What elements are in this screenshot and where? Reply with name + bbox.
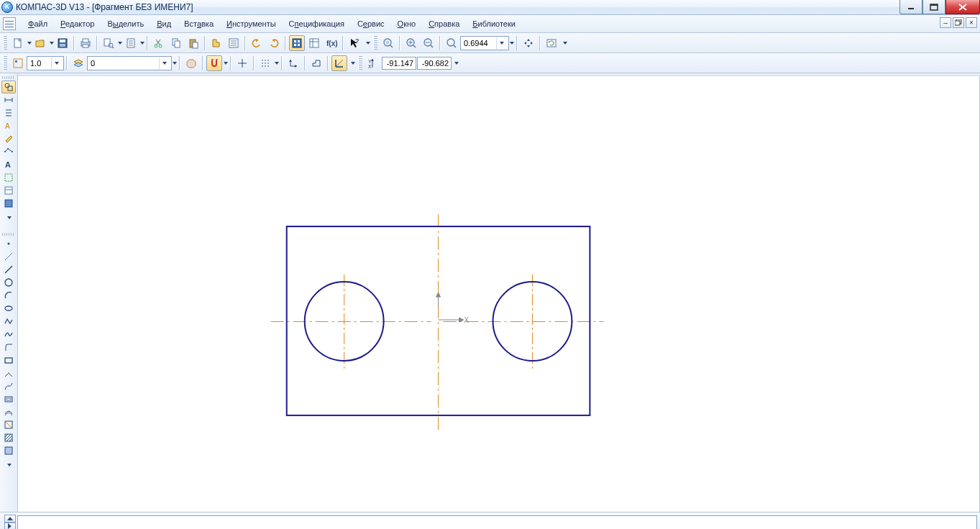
step-button[interactable] [308,55,324,71]
menu-service[interactable]: Сервис [351,17,391,30]
select-panel-button[interactable] [1,171,16,184]
mdi-minimize-button[interactable]: – [940,17,951,28]
snap-toggle-button[interactable] [206,55,222,71]
point-tool-button[interactable] [1,237,16,250]
toolbar-grip[interactable] [3,36,7,50]
cut-button[interactable] [151,35,167,51]
standard-toolbar-overflow[interactable] [365,35,372,51]
contour-collect-button[interactable] [1,418,16,431]
fill-tool-button[interactable] [1,444,16,457]
new-button[interactable] [10,35,26,51]
coord-y-input[interactable] [417,57,452,70]
parametrization-panel-button[interactable] [1,145,16,158]
menu-spec[interactable]: Спецификация [283,17,351,30]
dimensions-panel-button[interactable] [1,93,16,106]
pan-button[interactable] [521,35,536,51]
toolbar-grip[interactable] [3,56,7,70]
coords-mode-button[interactable]: YX [365,55,381,71]
menu-window[interactable]: Окно [391,17,423,30]
ortho-button[interactable] [234,55,250,71]
help-cursor-button[interactable]: ? [347,35,362,51]
redo-button[interactable] [266,35,282,51]
segment-tool-button[interactable] [1,263,16,276]
properties-dropdown[interactable] [139,35,145,51]
zoom-out-button[interactable] [421,35,436,51]
aux-line-tool-button[interactable] [1,250,16,263]
panel-collapse-up-button[interactable] [4,515,16,523]
measure-panel-button[interactable]: A [1,158,16,171]
copy-button[interactable] [168,35,184,51]
geometry-panel-button[interactable] [1,80,16,93]
properties-button[interactable] [123,35,139,51]
maximize-button[interactable] [922,0,945,14]
toolbox-grip[interactable] [2,233,15,236]
rectangle-tool-button[interactable] [1,354,16,367]
localcs-button[interactable] [285,55,301,71]
open-button[interactable] [32,35,48,51]
zoom-dropdown-ext[interactable] [509,35,514,51]
menu-libraries[interactable]: Библиотеки [466,17,522,30]
offset-tool-button[interactable] [1,392,16,405]
fillet-tool-button[interactable] [1,341,16,354]
equidistant-curve-button[interactable] [1,405,16,418]
toolbox-overflow-1[interactable] [6,210,13,226]
preview-button[interactable] [101,35,116,51]
coord-toolbar-overflow[interactable] [453,55,460,71]
menu-select[interactable]: Выделить [101,17,150,30]
manager-button[interactable] [289,35,305,51]
format-brush-button[interactable] [209,35,224,51]
toolbox-overflow-2[interactable] [6,457,13,473]
hatch-tool-button[interactable] [1,431,16,444]
grid-dropdown[interactable] [274,55,279,71]
coord-x-input[interactable] [382,57,416,70]
ellipse-tool-button[interactable] [1,302,16,315]
polyline-tool-button[interactable] [1,315,16,328]
zoom-window-button[interactable] [380,35,396,51]
paste-button[interactable] [186,35,201,51]
designations-panel-button[interactable] [1,106,16,119]
snap-dropdown[interactable] [223,55,228,71]
new-dropdown[interactable] [27,35,32,51]
spline-tool-button[interactable] [1,328,16,341]
menu-edit[interactable]: Редактор [54,17,101,30]
grid-button[interactable] [257,55,273,71]
mdi-restore-button[interactable] [953,17,964,28]
scale-combo[interactable]: 1.0 [27,56,64,70]
reports-panel-button[interactable] [1,197,16,210]
close-button[interactable] [945,0,980,14]
menu-view[interactable]: Вид [150,17,178,30]
print-button[interactable] [78,35,93,51]
menu-help[interactable]: Справка [422,17,466,30]
toolbox-grip[interactable] [2,76,15,79]
mdi-close-button[interactable]: × [966,17,977,28]
minimize-button[interactable] [899,0,922,14]
view-toolbar-overflow[interactable] [562,35,569,51]
list-button[interactable] [226,35,242,51]
spec-panel-button[interactable] [1,184,16,197]
state-toolbar-overflow[interactable] [349,55,357,71]
stop-button[interactable] [183,55,199,71]
zoom-scale-button[interactable] [444,35,459,51]
circle-tool-button[interactable] [1,276,16,289]
layer-dropdown-ext[interactable] [172,55,177,71]
panel-collapse-right-button[interactable] [4,523,16,530]
fx-button[interactable]: f(x) [324,35,339,51]
autosegment-tool-button[interactable] [1,367,16,380]
current-view-button[interactable] [10,55,26,71]
bezier-tool-button[interactable] [1,380,16,392]
save-button[interactable] [55,35,70,51]
toolbar-grip[interactable] [358,56,362,70]
drawing-canvas[interactable]: X [18,73,980,512]
menu-insert[interactable]: Вставка [178,17,220,30]
undo-button[interactable] [249,35,265,51]
menu-tools[interactable]: Инструменты [220,17,283,30]
ortho-drawing-button[interactable] [331,55,347,71]
menu-file[interactable]: Файл [22,17,54,30]
refresh-button[interactable] [544,35,559,51]
preview-dropdown[interactable] [117,35,122,51]
arc-tool-button[interactable] [1,289,16,302]
document-icon[interactable] [3,17,16,30]
zoom-in-button[interactable] [403,35,419,51]
toolbar-grip[interactable] [373,36,377,50]
command-input[interactable] [17,515,977,530]
